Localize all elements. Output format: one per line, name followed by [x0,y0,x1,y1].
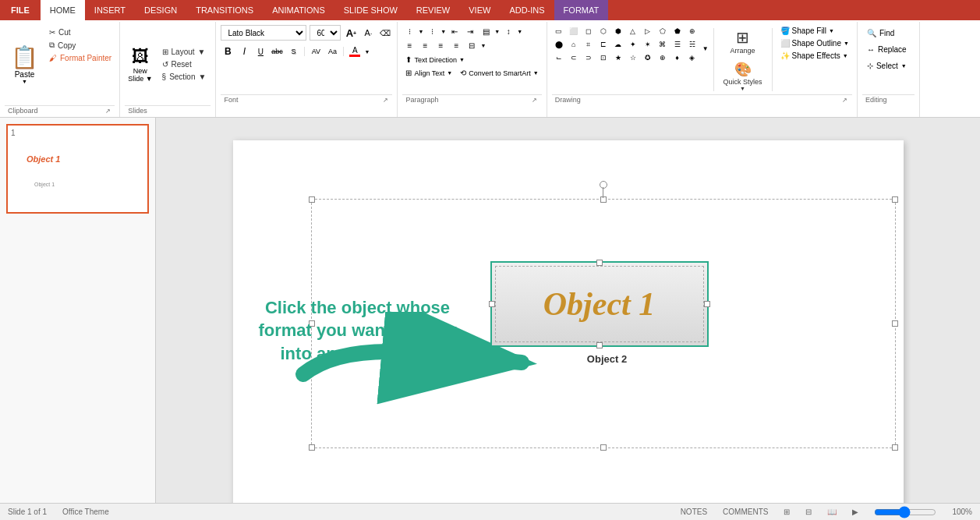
align-text-button[interactable]: ⊞ Align Text ▼ [402,67,455,79]
tab-format[interactable]: FORMAT [554,0,609,20]
columns-dropdown[interactable]: ▼ [494,29,500,34]
object2-box[interactable]: Object 1 [490,261,709,347]
shape-btn-8[interactable]: ⬠ [656,25,670,37]
view-normal[interactable]: ⊞ [784,508,790,516]
copy-button[interactable]: ⧉ Copy [46,39,115,51]
notes-button[interactable]: NOTES [681,508,707,516]
slide-thumbnail-1[interactable]: 1 Object 1 Object 1 [6,124,149,214]
shape-btn-18[interactable]: ⌘ [656,38,670,51]
shape-btn-9[interactable]: ⬟ [670,25,685,37]
bullets-button[interactable]: ⁝ [402,25,416,37]
font-expander[interactable]: ↗ [381,96,389,104]
shape-btn-10[interactable]: ⊕ [685,25,699,37]
tab-home[interactable]: HOME [41,0,85,20]
shape-btn-25[interactable]: ★ [611,51,625,64]
font-name-selector[interactable]: Lato Black [221,25,306,41]
increase-indent-button[interactable]: ⇥ [463,25,477,37]
font-color-button[interactable]: A [348,44,362,59]
new-slide-button[interactable]: 🖼 New Slide ▼ [125,44,155,86]
italic-button[interactable]: I [237,44,251,58]
center-button[interactable]: ≡ [418,39,432,51]
tab-view[interactable]: VIEW [459,0,500,20]
shape-btn-4[interactable]: ⬡ [596,25,610,37]
decrease-font-button[interactable]: A- [361,26,375,40]
tab-insert[interactable]: INSERT [85,0,135,20]
justify-button[interactable]: ≡ [449,39,463,51]
handle-br[interactable] [892,444,898,451]
rotation-handle[interactable] [600,181,607,189]
shape-btn-27[interactable]: ✪ [641,51,655,64]
format-painter-button[interactable]: 🖌 Format Painter [46,52,115,64]
shape-btn-3[interactable]: ◻ [582,25,596,37]
bold-button[interactable]: B [221,44,235,58]
paragraph-expander[interactable]: ↗ [531,96,539,104]
line-spacing-button[interactable]: ↕ [501,25,515,37]
text-direction-button[interactable]: ⬆ Text Direction ▼ [402,54,467,65]
find-button[interactable]: 🔍 Find [862,27,899,40]
shape-btn-28[interactable]: ⊕ [656,51,670,64]
tab-addins[interactable]: ADD-INS [500,0,554,20]
tab-file[interactable]: FILE [0,0,41,20]
columns-button[interactable]: ▤ [479,25,493,37]
clear-format-button[interactable]: ⌫ [378,26,392,40]
shape-btn-26[interactable]: ☆ [626,51,640,64]
drawing-expander[interactable]: ↗ [841,96,849,104]
shape-btn-13[interactable]: ⌗ [582,38,596,51]
tab-transitions[interactable]: TRANSITIONS [186,0,263,20]
case-button[interactable]: Aa [325,44,339,58]
char-spacing-button[interactable]: AV [309,44,323,58]
shape-btn-14[interactable]: ⊏ [596,38,610,51]
add-col-button[interactable]: ⊟ [465,39,479,51]
tab-slideshow[interactable]: SLIDE SHOW [334,0,407,20]
clipboard-expander[interactable]: ↗ [104,107,111,115]
handle-mr[interactable] [892,320,898,327]
shapes-more-dropdown[interactable]: ▼ [702,45,709,52]
shape-btn-12[interactable]: ⌂ [567,38,581,51]
shape-btn-1[interactable]: ▭ [552,25,566,37]
handle-tm[interactable] [600,196,607,203]
shape-btn-30[interactable]: ◈ [685,51,699,64]
tab-design[interactable]: DESIGN [135,0,186,20]
paste-button[interactable]: 📋 Paste ▼ [5,23,44,105]
shape-btn-7[interactable]: ▷ [641,25,655,37]
shape-btn-5[interactable]: ⬢ [611,25,625,37]
align-right-button[interactable]: ≡ [433,39,448,51]
shadow-button[interactable]: S [286,44,300,58]
zoom-slider[interactable] [874,506,936,518]
select-button[interactable]: ⊹ Select ▼ [862,59,911,73]
align-left-button[interactable]: ≡ [402,39,416,51]
handle-bl[interactable] [309,444,315,451]
object2-container[interactable]: Object 1 Object 2 [490,261,724,365]
layout-button[interactable]: ⊞ Layout ▼ [157,46,211,58]
shape-btn-19[interactable]: ☰ [670,38,685,51]
numbering-dropdown[interactable]: ▼ [440,29,446,34]
slide-canvas[interactable]: Click the object whose format you want t… [233,140,904,521]
arrange-button[interactable]: ⊞ Arrange [726,25,760,58]
reset-button[interactable]: ↺ Reset [157,58,211,70]
underline-button[interactable]: U [253,44,267,58]
shape-btn-29[interactable]: ♦ [670,51,685,64]
section-button[interactable]: § Section ▼ [157,71,211,83]
tab-review[interactable]: REVIEW [407,0,459,20]
shape-btn-21[interactable]: ⌙ [552,51,566,64]
shape-effects-button[interactable]: ✨ Shape Effects ▼ [777,50,852,62]
strikethrough-button[interactable]: abc [270,44,284,58]
comments-button[interactable]: COMMENTS [723,508,768,516]
handle-tl[interactable] [309,196,315,203]
shape-btn-11[interactable]: ⬤ [552,38,566,51]
numbering-button[interactable]: ⁝ [425,25,439,37]
cut-button[interactable]: ✂ Cut [46,27,115,38]
obj2-handle-mr[interactable] [704,301,710,307]
obj2-handle-ml[interactable] [489,301,495,307]
handle-bm[interactable] [600,444,607,451]
view-reading[interactable]: 📖 [827,508,837,516]
shape-btn-22[interactable]: ⊂ [567,51,581,64]
font-size-selector[interactable]: 60 [310,25,341,41]
shape-btn-23[interactable]: ⊃ [582,51,596,64]
shape-btn-20[interactable]: ☵ [685,38,699,51]
view-slideshow[interactable]: ▶ [852,508,858,516]
shape-fill-button[interactable]: 🪣 Shape Fill ▼ [777,25,852,37]
shape-btn-6[interactable]: △ [626,25,640,37]
shape-btn-2[interactable]: ⬜ [567,25,581,37]
shape-btn-15[interactable]: ☁ [611,38,625,51]
